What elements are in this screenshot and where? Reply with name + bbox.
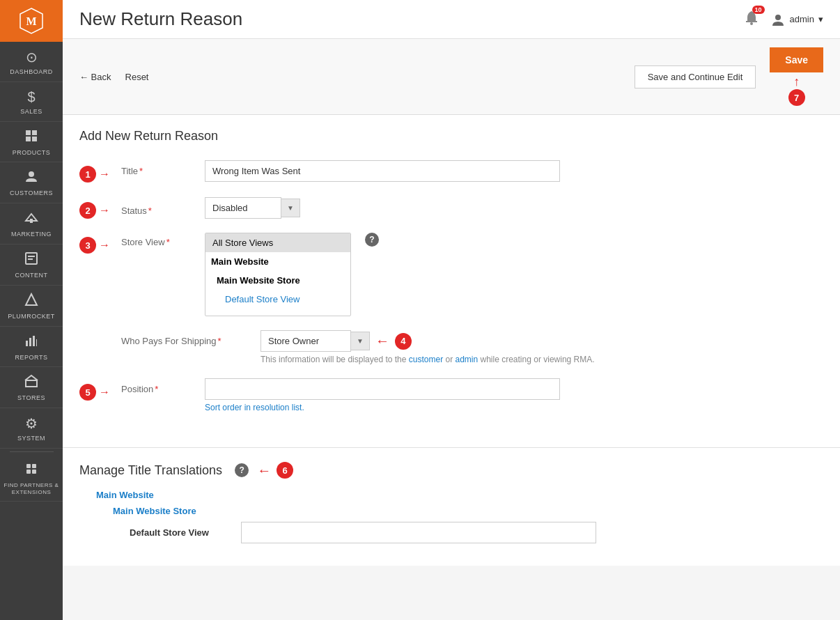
required-star: * [139, 166, 143, 176]
sidebar-item-label: CUSTOMERS [10, 189, 53, 197]
sidebar-logo[interactable]: M [0, 0, 63, 42]
svg-rect-5 [32, 137, 37, 141]
svg-marker-12 [26, 294, 37, 305]
default-store-view-input[interactable] [241, 522, 596, 543]
extensions-icon [24, 462, 38, 479]
annotation-1-col: 1 → [79, 160, 121, 183]
svg-text:M: M [26, 15, 36, 27]
store-view-select[interactable]: All Store Views Main Website Main Websit… [205, 233, 351, 316]
save-button-wrapper: Save ↑ 7 [770, 47, 823, 106]
svg-rect-21 [32, 470, 36, 474]
manage-title-section: Manage Title Translations ? ← 6 Main Web… [63, 447, 840, 566]
sidebar-item-label: DASHBOARD [10, 68, 53, 76]
reports-icon [24, 334, 38, 351]
svg-rect-2 [26, 130, 31, 135]
status-select[interactable]: Disabled Enabled [205, 197, 281, 219]
position-row: 5 → Position* Sort order in resolution l… [79, 378, 823, 412]
admin-user-menu[interactable]: admin ▾ [770, 12, 823, 27]
sidebar-item-content[interactable]: CONTENT [0, 245, 63, 286]
annotation-7: 7 [788, 89, 805, 106]
sidebar-item-label: MARKETING [11, 231, 52, 238]
store-view-row: 3 → Store View* All Store Views Main Web… [79, 233, 823, 316]
sidebar-item-label: SALES [20, 108, 42, 116]
sidebar-item-system[interactable]: ⚙ SYSTEM [0, 408, 63, 449]
default-store-view-row: Default Store View [79, 522, 823, 543]
dashboard-icon: ⊙ [26, 49, 38, 65]
sidebar-item-customers[interactable]: CUSTOMERS [0, 162, 63, 203]
sidebar-item-dashboard[interactable]: ⊙ DASHBOARD [0, 42, 63, 82]
sidebar-item-stores[interactable]: STORES [0, 367, 63, 408]
sidebar-item-products[interactable]: PRODUCTS [0, 122, 63, 163]
chevron-down-icon: ▾ [818, 14, 823, 24]
save-continue-button[interactable]: Save and Continue Edit [635, 65, 756, 88]
products-icon [24, 129, 38, 146]
sidebar-item-label: STORES [17, 394, 45, 402]
annotation-5: 5 [79, 384, 96, 401]
main-website-label: Main Website [79, 490, 823, 500]
top-header: New Return Reason 10 admin ▾ [63, 0, 840, 39]
sidebar: M ⊙ DASHBOARD $ SALES PRODUCTS CUSTOMERS… [0, 0, 63, 620]
who-pays-dropdown-wrap: Store Owner Customer ▼ [260, 330, 370, 352]
annotation-5-col: 5 → [79, 378, 121, 401]
required-star: * [218, 336, 221, 346]
manage-title-help-icon[interactable]: ? [235, 463, 249, 477]
store-view-help-icon[interactable]: ? [365, 233, 379, 247]
who-pays-info: This information will be displayed to th… [260, 355, 595, 364]
required-star: * [155, 384, 158, 394]
position-input[interactable] [205, 378, 560, 400]
sales-icon: $ [27, 89, 35, 105]
annotation-2-col: 2 → [79, 196, 121, 219]
svg-point-22 [750, 22, 753, 25]
annotation-2: 2 [79, 202, 96, 219]
svg-rect-10 [28, 256, 35, 257]
notification-bell[interactable]: 10 [744, 10, 759, 29]
plumrocket-icon [24, 293, 38, 310]
save-button[interactable]: Save [770, 47, 823, 72]
svg-rect-3 [32, 130, 37, 135]
status-dropdown-arrow[interactable]: ▼ [281, 199, 300, 217]
sidebar-item-plumrocket[interactable]: PLUMROCKET [0, 286, 63, 327]
status-label: Status* [121, 200, 205, 216]
sidebar-item-marketing[interactable]: MARKETING [0, 203, 63, 245]
sidebar-item-label: REPORTS [15, 354, 48, 362]
status-dropdown-wrap: Disabled Enabled ▼ [205, 197, 300, 219]
annotation-6: 6 [277, 462, 293, 479]
reset-button[interactable]: Reset [125, 72, 149, 82]
annotation-3-col: 3 → [79, 233, 121, 254]
svg-rect-13 [26, 341, 28, 346]
section-title: Add New Return Reason [79, 129, 823, 144]
system-icon: ⚙ [25, 415, 38, 432]
customer-link: customer [409, 355, 443, 364]
sidebar-item-label: PLUMROCKET [8, 313, 55, 320]
annotation-1: 1 [79, 166, 96, 183]
sidebar-item-sales[interactable]: $ SALES [0, 82, 63, 122]
header-right: 10 admin ▾ [744, 10, 823, 29]
sidebar-item-label: FIND PARTNERS & EXTENSIONS [3, 482, 59, 495]
default-store-view-label: Default Store View [130, 527, 241, 538]
title-label: Title* [121, 160, 205, 176]
title-input[interactable]: Wrong Item Was Sent [205, 160, 560, 182]
sidebar-item-reports[interactable]: REPORTS [0, 327, 63, 368]
back-label: ← Back [79, 72, 111, 82]
form-container: Add New Return Reason 1 → Title* Wrong I… [63, 115, 840, 447]
annotation-3: 3 [79, 237, 96, 254]
sidebar-item-extensions[interactable]: FIND PARTNERS & EXTENSIONS [0, 455, 63, 502]
admin-link: admin [455, 355, 478, 364]
who-pays-dropdown-arrow[interactable]: ▼ [351, 332, 370, 350]
who-pays-label: Who Pays For Shipping* [121, 330, 260, 346]
who-pays-row: Who Pays For Shipping* Store Owner Custo… [79, 330, 823, 364]
svg-rect-15 [33, 336, 35, 346]
admin-label: admin [790, 14, 814, 24]
main-content: New Return Reason 10 admin ▾ ← Back [63, 0, 840, 620]
back-button[interactable]: ← Back [79, 72, 111, 82]
title-row: 1 → Title* Wrong Item Was Sent [79, 160, 823, 183]
action-bar: ← Back Reset Save and Continue Edit Save… [63, 39, 840, 115]
reset-label: Reset [125, 72, 149, 82]
stores-icon [24, 374, 38, 392]
sidebar-item-label: SYSTEM [17, 435, 45, 442]
svg-rect-16 [36, 339, 37, 346]
who-pays-select[interactable]: Store Owner Customer [260, 330, 351, 352]
position-hint: Sort order in resolution list. [205, 403, 560, 412]
svg-rect-18 [26, 464, 31, 468]
page-title: New Return Reason [79, 8, 242, 30]
